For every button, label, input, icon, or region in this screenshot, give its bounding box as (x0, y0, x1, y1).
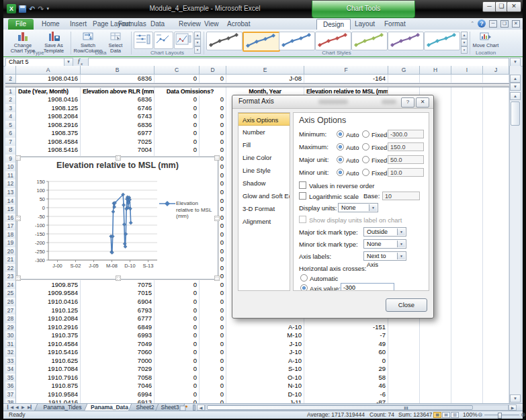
grid-cell[interactable]: 6994 (81, 390, 155, 400)
grid-cell[interactable] (388, 331, 420, 341)
grid-cell[interactable]: 7029 (81, 365, 155, 374)
grid-cell[interactable] (483, 129, 509, 138)
row-header[interactable]: 35 (5, 374, 16, 383)
grid-cell[interactable]: 0 (200, 365, 226, 374)
grid-cell[interactable] (483, 146, 509, 155)
grid-cell[interactable] (483, 205, 509, 214)
grid-cell[interactable] (483, 374, 509, 383)
row-header[interactable]: 24 (5, 281, 16, 290)
grid-cell[interactable] (451, 163, 483, 172)
grid-cell[interactable] (388, 75, 420, 83)
grid-cell[interactable]: 0 (155, 281, 200, 290)
column-header-A[interactable]: A (16, 66, 81, 75)
chart-style-thumbnail[interactable] (279, 32, 315, 50)
row-header[interactable]: 7 (5, 138, 16, 147)
scroll-up-icon[interactable]: ▲ (510, 75, 521, 83)
close-button[interactable]: ✕ (507, 1, 521, 12)
grid-cell[interactable] (483, 214, 509, 223)
grid-cell[interactable]: M-10 (226, 331, 304, 341)
row-header[interactable]: 25 (5, 289, 16, 298)
minimum-fixed-radio[interactable]: Fixed (362, 130, 387, 138)
grid-cell[interactable]: 1908.4584 (16, 138, 81, 147)
dialog-nav-3-d-format[interactable]: 3-D Format (238, 202, 290, 215)
grid-cell[interactable] (420, 75, 451, 83)
grid-cell[interactable]: 1908.5416 (16, 146, 81, 155)
scroll-down-icon[interactable]: ▼ (510, 83, 521, 91)
row-header[interactable]: 33 (5, 357, 16, 366)
chart-layout-thumbnail[interactable] (174, 32, 193, 49)
grid-cell[interactable]: 1910.5416 (16, 348, 81, 358)
grid-cell[interactable] (388, 357, 420, 366)
column-header-C[interactable]: C (155, 66, 200, 75)
grid-cell[interactable] (420, 340, 451, 349)
dialog-nav-alignment[interactable]: Alignment (238, 215, 290, 228)
axis-value-radio[interactable]: Axis value: (300, 284, 341, 291)
grid-cell[interactable] (388, 340, 420, 349)
maximum-fixed-radio[interactable]: Fixed (362, 143, 387, 151)
grid-cell[interactable]: 1910.875 (16, 382, 81, 391)
chart-style-thumbnail[interactable] (351, 32, 388, 50)
grid-cell[interactable]: 1910.9584 (16, 390, 81, 400)
hscroll-left-icon[interactable]: ◀ (197, 405, 205, 411)
grid-cell[interactable]: 46 (304, 382, 388, 391)
tab-data[interactable]: Data (144, 19, 171, 30)
grid-cell[interactable] (451, 129, 483, 138)
sheet-tab-panama_data[interactable]: Panama_Data (85, 404, 134, 411)
grid-cell[interactable]: 7060 (81, 348, 155, 358)
grid-cell[interactable]: 0 (200, 121, 226, 130)
grid-cell[interactable] (483, 306, 509, 316)
grid-cell[interactable]: 1908.0416 (16, 75, 81, 83)
row-header[interactable]: 1 (5, 87, 16, 97)
grid-cell[interactable] (451, 87, 483, 97)
grid-cell[interactable]: 0 (200, 306, 226, 316)
grid-cell[interactable] (483, 112, 509, 122)
grid-cell[interactable]: 29 (304, 365, 388, 374)
tab-file[interactable]: File (8, 19, 34, 30)
grid-cell[interactable]: 0 (200, 112, 226, 122)
grid-cell[interactable]: 7075 (81, 281, 155, 290)
grid-cell[interactable] (483, 104, 509, 114)
row-header[interactable]: 17 (5, 222, 16, 231)
grid-cell[interactable] (451, 112, 483, 122)
automatic-radio[interactable]: Automatic (300, 274, 338, 282)
grid-cell[interactable] (451, 390, 483, 400)
grid-cell[interactable] (451, 382, 483, 391)
grid-cell[interactable]: 6793 (81, 306, 155, 316)
tab-design[interactable]: Design (316, 19, 351, 30)
axis-value-input[interactable]: -300 (341, 283, 394, 291)
grid-cell[interactable] (451, 357, 483, 366)
grid-cell[interactable] (451, 121, 483, 130)
format-axis-dialog[interactable]: Format Axis ? ✕ Axis OptionsNumberFillLi… (232, 95, 434, 319)
grid-cell[interactable]: 1910.125 (16, 306, 81, 316)
grid-cell[interactable]: 0 (200, 104, 226, 114)
grid-cell[interactable]: -164 (304, 75, 388, 83)
grid-cell[interactable]: 0 (155, 348, 200, 358)
grid-cell[interactable] (483, 197, 509, 206)
row-header[interactable]: 8 (5, 146, 16, 155)
grid-cell[interactable]: 0 (155, 104, 200, 114)
save-icon[interactable] (19, 5, 26, 13)
grid-cell[interactable]: 0 (155, 138, 200, 147)
major-tick-dropdown[interactable]: Outside (363, 227, 406, 237)
row-header[interactable]: 27 (5, 306, 16, 316)
chart-resize-handle[interactable] (116, 155, 121, 161)
row-header[interactable]: 36 (5, 382, 16, 391)
show-units-checkbox[interactable]: Show display units label on chart (299, 216, 402, 224)
zoom-slider-thumb[interactable] (498, 413, 502, 419)
grid-cell[interactable]: 1908.125 (16, 104, 81, 114)
row-header[interactable]: 4 (5, 112, 16, 122)
row-header[interactable]: 6 (5, 129, 16, 138)
log-scale-checkbox[interactable]: Logarithmic scale (299, 192, 359, 200)
horizontal-scrollbar-track[interactable]: ▮▮ (205, 405, 509, 411)
row-header[interactable]: 3 (5, 104, 16, 114)
grid-cell[interactable] (451, 374, 483, 383)
grid-cell[interactable]: 1910.4584 (16, 340, 81, 349)
chart-style-thumbnail[interactable] (206, 32, 243, 50)
grid-cell[interactable] (451, 340, 483, 349)
chart-style-thumbnail[interactable] (388, 32, 424, 50)
grid-cell[interactable]: -151 (304, 323, 388, 333)
zoom-in-icon[interactable]: ⊕ (521, 412, 525, 418)
minimum-auto-radio[interactable]: Auto (337, 130, 359, 138)
chart-layouts-gallery-scroll[interactable]: ▲▼▾ (194, 32, 201, 50)
embedded-chart[interactable]: Elevation relative to MSL (mm) 150100500… (17, 157, 218, 280)
